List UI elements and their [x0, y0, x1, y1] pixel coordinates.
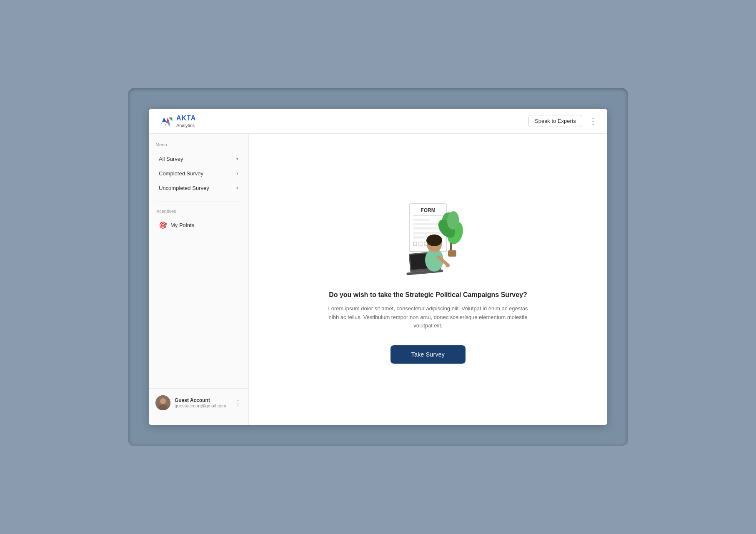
uncompleted-survey-chevron: ▾ [236, 186, 238, 190]
sidebar-item-completed-survey[interactable]: Completed Survey ▾ [155, 167, 242, 180]
logo-subtext: Analytics [176, 123, 196, 128]
header-more-icon[interactable]: ⋮ [589, 117, 597, 125]
svg-point-5 [160, 398, 166, 404]
avatar [155, 395, 170, 410]
all-survey-chevron: ▾ [236, 157, 238, 161]
sidebar: Menu All Survey ▾ Completed Survey ▾ Unc… [149, 134, 249, 425]
user-footer: Guest Account guestaccoun@gmail.com ⋮ [149, 388, 248, 417]
menu-label: Menu [155, 142, 242, 147]
svg-rect-10 [413, 219, 430, 221]
header-right: Speak to Experts ⋮ [528, 115, 597, 127]
svg-marker-2 [168, 117, 172, 121]
svg-marker-3 [166, 122, 170, 126]
sidebar-divider [155, 202, 242, 202]
user-more-icon[interactable]: ⋮ [234, 398, 242, 407]
svg-text:FORM: FORM [421, 207, 435, 213]
incentives-label: Incentives [155, 209, 242, 214]
all-survey-label: All Survey [159, 156, 183, 162]
user-info: Guest Account guestaccoun@gmail.com [175, 397, 230, 408]
svg-rect-13 [413, 232, 443, 235]
sidebar-item-my-points[interactable]: 🎯 My Points [155, 218, 242, 232]
logo-area: AKTA Analytics [159, 114, 196, 129]
app-header: AKTA Analytics Speak to Experts ⋮ [149, 109, 607, 134]
svg-rect-9 [413, 215, 443, 216]
user-name: Guest Account [175, 397, 230, 403]
avatar-image [155, 395, 170, 410]
svg-rect-11 [413, 223, 443, 225]
my-points-label: My Points [170, 222, 194, 228]
main-content: FORM [249, 134, 607, 425]
uncompleted-survey-label: Uncompleted Survey [159, 185, 209, 191]
completed-survey-label: Completed Survey [159, 170, 203, 177]
logo-icon [159, 114, 174, 129]
svg-point-32 [446, 263, 450, 267]
speak-to-experts-button[interactable]: Speak to Experts [528, 115, 582, 127]
svg-rect-12 [413, 227, 443, 230]
take-survey-button[interactable]: Take Survey [391, 345, 466, 364]
svg-point-30 [426, 235, 442, 246]
user-email: guestaccoun@gmail.com [175, 403, 230, 408]
survey-illustration: FORM [386, 195, 470, 279]
logo-name: AKTA [176, 115, 196, 122]
sidebar-item-uncompleted-survey[interactable]: Uncompleted Survey ▾ [155, 181, 242, 195]
survey-title: Do you wish to take the Strategic Politi… [329, 291, 527, 299]
sidebar-item-all-survey[interactable]: All Survey ▾ [155, 152, 242, 166]
my-points-emoji: 🎯 [159, 221, 167, 229]
survey-description: Lorem ipsum dolor sit amet, consectetur … [328, 304, 528, 330]
completed-survey-chevron: ▾ [236, 171, 238, 176]
svg-rect-24 [448, 250, 456, 257]
